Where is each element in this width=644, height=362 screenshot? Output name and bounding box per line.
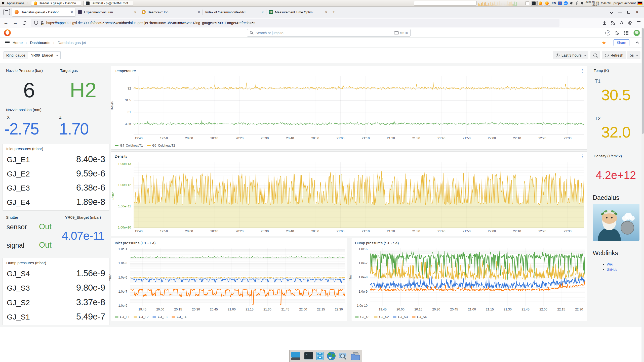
tab-close-icon[interactable]: × bbox=[198, 10, 200, 14]
panel-etarget: YR09_Etarget (mbar) 4.07e-11 bbox=[57, 213, 109, 256]
pager-icon[interactable] bbox=[526, 2, 529, 5]
apps-grid-icon[interactable] bbox=[624, 31, 628, 35]
lock-icon[interactable] bbox=[41, 21, 44, 25]
minimize-button[interactable]: — bbox=[618, 10, 622, 14]
panel-menu-icon[interactable]: ⋮ bbox=[580, 68, 584, 73]
collapse-chevron-icon[interactable] bbox=[636, 41, 639, 45]
new-tab-button[interactable]: + bbox=[332, 9, 335, 15]
system-monitor-graph[interactable] bbox=[478, 1, 524, 6]
tab-daedalus-gas-jet[interactable]: Daedalus gas-jet - Dashbo... × bbox=[12, 8, 75, 16]
temperature-plot[interactable] bbox=[134, 76, 584, 135]
terminal-preview-icon[interactable]: >_ bbox=[531, 1, 537, 6]
back-button[interactable]: ← bbox=[4, 20, 8, 26]
dump-plot[interactable] bbox=[370, 248, 585, 306]
legend-item[interactable]: GJ_ColdheadT1 bbox=[115, 144, 143, 147]
t2-value: 32.0 bbox=[590, 123, 641, 141]
battery-icon[interactable] bbox=[576, 1, 579, 5]
help-icon[interactable]: ? bbox=[605, 30, 610, 35]
app-menu-icon[interactable] bbox=[637, 21, 640, 24]
user-avatar[interactable] bbox=[633, 30, 640, 36]
notification-bell-icon[interactable] bbox=[580, 1, 584, 5]
tab-experiment-vacuum[interactable]: Experiment vacuum × bbox=[75, 8, 139, 16]
tab-measurement-time[interactable]: GSI Measurement Time Optim... × bbox=[266, 8, 330, 16]
x-axis-tick-label: 21:20 bbox=[383, 137, 398, 140]
url-bar[interactable]: https://atppc022.gsi.de:3000/d/bea9z7veo… bbox=[31, 19, 559, 27]
clock[interactable]: 2025-06-10 22:37 bbox=[586, 1, 599, 6]
legend-item[interactable]: GJ_E4 bbox=[172, 315, 186, 319]
refresh-interval-dropdown[interactable]: 5s bbox=[627, 51, 640, 59]
legend-item[interactable]: GJ_S1 bbox=[355, 315, 370, 319]
legend-item[interactable]: GJ_ColdheadT2 bbox=[147, 144, 175, 147]
refresh-button[interactable]: Refresh bbox=[602, 51, 626, 59]
tracking-shield-icon[interactable] bbox=[34, 21, 38, 25]
tab-beamcalc[interactable]: Beamcalc: Ion × bbox=[139, 8, 203, 16]
tab-close-icon[interactable]: × bbox=[71, 10, 73, 14]
reload-button[interactable] bbox=[22, 21, 27, 25]
account-icon[interactable] bbox=[620, 21, 624, 25]
taskbar-window-terminal[interactable]: >_ Terminal - pi@CARMEmot... bbox=[83, 1, 133, 6]
panel-dump-pressures: Dump pressures (mbar) GJ_S41.56e-9 GJ_S3… bbox=[3, 258, 109, 325]
metric-name: GJ_S4 bbox=[7, 269, 30, 278]
tab-index-parammodi[interactable]: Index of /parammodi/text/tcl × bbox=[203, 8, 266, 16]
legend-swatch bbox=[115, 145, 118, 146]
legend-item[interactable]: GJ_S4 bbox=[412, 315, 427, 319]
refresh-icon bbox=[605, 54, 609, 57]
show-desktop-icon[interactable] bbox=[291, 351, 301, 361]
applications-menu[interactable]: Applications bbox=[7, 1, 24, 5]
mega-menu-icon[interactable] bbox=[5, 41, 10, 44]
list-all-tabs-icon[interactable] bbox=[610, 11, 613, 14]
downloads-icon[interactable] bbox=[602, 21, 607, 25]
tab-close-icon[interactable]: × bbox=[325, 10, 327, 14]
panel-temperature-chart: Temperature ⋮ Kelvin GJ_ColdheadT1GJ_Col… bbox=[111, 66, 587, 150]
taskbar-window-firefox[interactable]: Daedalus gas-jet - Dashbo... bbox=[31, 1, 81, 6]
tab-close-icon[interactable]: × bbox=[262, 10, 264, 14]
web-browser-icon[interactable] bbox=[326, 351, 336, 361]
y-axis-tick-label: 1.0e-1 bbox=[112, 247, 127, 251]
scrollbar[interactable] bbox=[641, 28, 644, 362]
panel-menu-icon[interactable]: ⋮ bbox=[580, 154, 584, 159]
legend-item[interactable]: GJ_E1 bbox=[115, 315, 130, 319]
metric-value: 5.49e-7 bbox=[76, 311, 105, 322]
time-range-picker[interactable]: Last 3 hours bbox=[553, 51, 588, 59]
volume-icon[interactable] bbox=[570, 1, 574, 5]
wiki-link[interactable]: Wiki bbox=[607, 262, 613, 266]
metric-value: 3.37e-8 bbox=[76, 297, 105, 307]
firefox-preview-icon[interactable] bbox=[544, 1, 550, 6]
inlet-plot[interactable] bbox=[130, 248, 345, 306]
search-input[interactable]: Search or jump to... ctrl+k bbox=[247, 29, 411, 37]
file-manager-icon[interactable] bbox=[350, 351, 360, 361]
firefox-view-icon[interactable] bbox=[4, 9, 10, 15]
legend-item[interactable]: GJ_S2 bbox=[374, 315, 389, 319]
breadcrumb-home[interactable]: Home bbox=[13, 40, 23, 45]
legend-item[interactable]: GJ_E3 bbox=[152, 315, 167, 319]
extensions-icon[interactable] bbox=[628, 21, 632, 25]
scrollbar-thumb[interactable] bbox=[642, 28, 644, 134]
variable-value-dropdown[interactable]: YR09_Etarget bbox=[28, 51, 61, 59]
table-row: GJ_E18.40e-3 bbox=[7, 154, 105, 164]
xserver-icon[interactable]: × bbox=[558, 2, 562, 5]
maximize-button[interactable] bbox=[627, 11, 630, 14]
firefox-preview-icon[interactable] bbox=[537, 1, 543, 6]
share-button[interactable]: Share bbox=[614, 39, 629, 46]
keyboard-layout-indicator[interactable]: EN bbox=[552, 2, 556, 5]
x-axis-tick-label: 20:30 bbox=[257, 137, 272, 140]
zoom-app-icon[interactable]: zm bbox=[564, 1, 568, 5]
screenshot-tool-icon[interactable] bbox=[338, 351, 348, 361]
legend-item[interactable]: GJ_S3 bbox=[393, 315, 408, 319]
legend-item[interactable]: GJ_E2 bbox=[134, 315, 148, 319]
grafana-logo[interactable] bbox=[4, 29, 11, 36]
github-link[interactable]: GitHub bbox=[607, 268, 617, 272]
terminal-app-icon[interactable]: >_ bbox=[304, 351, 314, 361]
news-icon[interactable] bbox=[615, 31, 619, 35]
favorite-star-icon[interactable]: ★ bbox=[602, 40, 606, 46]
cpu-bar bbox=[512, 4, 512, 6]
close-window-button[interactable]: × bbox=[636, 10, 638, 15]
zoom-out-button[interactable] bbox=[590, 51, 600, 59]
tab-close-icon[interactable]: × bbox=[134, 10, 136, 14]
file-cabinet-icon[interactable] bbox=[315, 351, 325, 361]
forward-button[interactable]: → bbox=[13, 20, 18, 26]
breadcrumb-dashboards[interactable]: Dashboards bbox=[30, 40, 50, 45]
y-axis-label: 1/cm³ bbox=[111, 192, 115, 200]
density-plot[interactable] bbox=[134, 162, 584, 228]
rss-icon[interactable] bbox=[611, 21, 615, 25]
